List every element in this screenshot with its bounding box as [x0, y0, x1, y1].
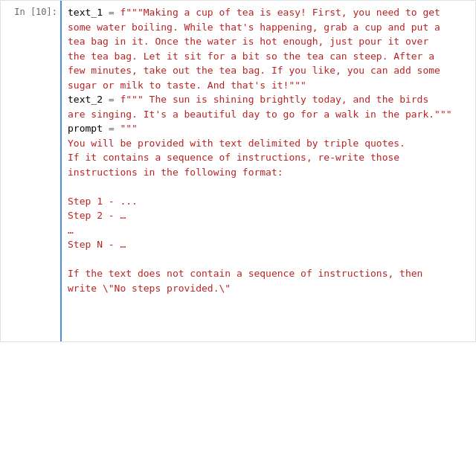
- cell-label: In [10]:: [1, 1, 60, 341]
- cell-code[interactable]: text_1 = f"""Making a cup of tea is easy…: [60, 1, 475, 341]
- notebook-cell: In [10]: text_1 = f"""Making a cup of te…: [0, 0, 476, 342]
